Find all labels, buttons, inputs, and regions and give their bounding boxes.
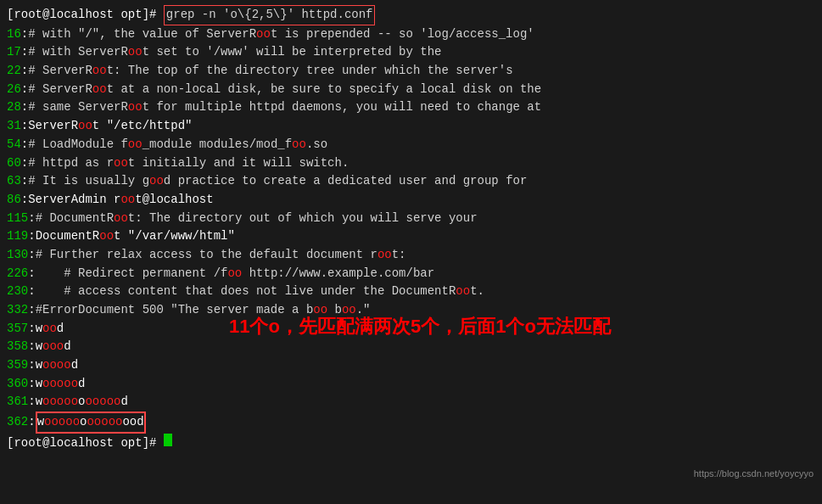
cursor (164, 434, 172, 446)
output-line-358: 358:woood (7, 338, 815, 356)
highlight-box: woooooooooooood (36, 412, 146, 434)
output-line-54: 54:# LoadModule foo_module modules/mod_f… (7, 136, 815, 154)
output-line-16: 16:# with "/", the value of ServerRoot i… (7, 25, 815, 44)
output-line-226: 226: # Redirect permanent /foo http://ww… (7, 265, 815, 283)
output-line-119: 119:DocumentRoot "/var/www/html" (7, 227, 815, 246)
final-prompt: [root@localhost opt]# (7, 434, 164, 453)
output-line-230: 230: # access content that does not live… (7, 283, 815, 301)
command-box: grep -n 'o\{2,5\}' httpd.conf (164, 5, 376, 25)
output-line-130: 130:# Further relax access to the defaul… (7, 246, 815, 265)
output-line-86: 86:ServerAdmin root@localhost (7, 191, 815, 210)
final-prompt-line: [root@localhost opt]# (7, 434, 815, 453)
output-line-26: 26:# ServerRoot at a non-local disk, be … (7, 81, 815, 99)
output-line-63: 63:# It is usually good practice to crea… (7, 172, 815, 191)
output-line-22: 22:# ServerRoot: The top of the director… (7, 62, 815, 81)
output-line-115: 115:# DocumentRoot: The directory out of… (7, 210, 815, 228)
output-line-17: 17:# with ServerRoot set to '/www' will … (7, 43, 815, 62)
output-line-359: 359:wooood (7, 356, 815, 375)
terminal-window: [root@localhost opt]# grep -n 'o\{2,5\}'… (0, 0, 822, 504)
command-line: [root@localhost opt]# grep -n 'o\{2,5\}'… (7, 5, 815, 25)
annotation-text: 11个o，先匹配满两次5个，后面1个o无法匹配 (229, 314, 611, 339)
watermark: https://blog.csdn.net/yoycyyo (694, 468, 814, 479)
output-line-360: 360:woooood (7, 375, 815, 394)
output-line-60: 60:# httpd as root initially and it will… (7, 154, 815, 173)
output-line-362: 362:woooooooooooood (7, 412, 815, 434)
output-line-31: 31:ServerRoot "/etc/httpd" (7, 117, 815, 136)
output-line-28: 28:# same ServerRoot for multiple httpd … (7, 98, 815, 117)
output-line-361: 361:woooooooooood (7, 393, 815, 412)
prompt: [root@localhost opt]# (7, 6, 164, 25)
